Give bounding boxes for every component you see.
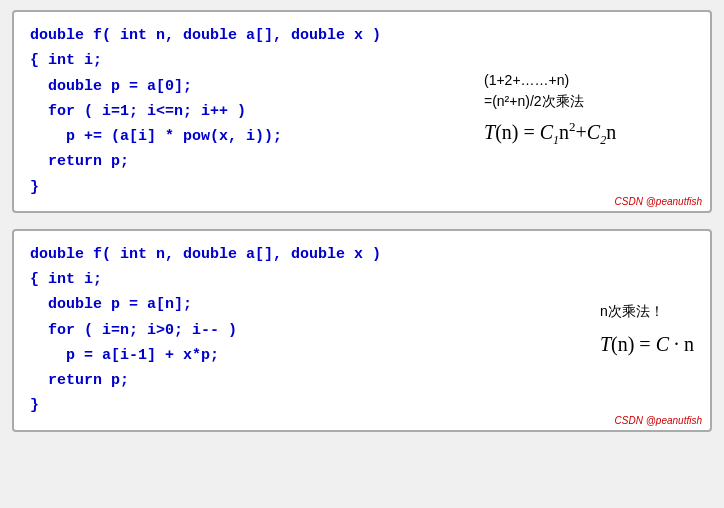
formula-1: T(n) = C1n2+C2n: [484, 118, 616, 149]
annotation-text-2-1: n次乘法！: [600, 301, 664, 322]
code-line-2-3: double p = a[n];: [30, 293, 590, 316]
watermark-1: CSDN @peanutfish: [615, 196, 702, 207]
code-line-1-7: }: [30, 176, 474, 199]
code-line-1-3: double p = a[0];: [30, 75, 474, 98]
code-line-2-1: double f( int n, double a[], double x ): [30, 243, 590, 266]
code-section-1: double f( int n, double a[], double x ) …: [30, 24, 474, 199]
code-block-1: double f( int n, double a[], double x ) …: [12, 10, 712, 213]
code-line-2-2: { int i;: [30, 268, 590, 291]
annotation-section-1: (1+2+……+n) =(n²+n)/2次乘法 T(n) = C1n2+C2n: [474, 24, 694, 153]
code-line-1-4: for ( i=1; i<=n; i++ ): [30, 100, 474, 123]
code-line-1-2: { int i;: [30, 49, 474, 72]
code-line-2-6: return p;: [30, 369, 590, 392]
code-line-1-6: return p;: [30, 150, 474, 173]
code-section-2: double f( int n, double a[], double x ) …: [30, 243, 590, 418]
code-line-2-7: }: [30, 394, 590, 417]
formula-2: T(n) = C · n: [600, 330, 694, 358]
code-line-1-5: p += (a[i] * pow(x, i));: [30, 125, 474, 148]
code-block-2: double f( int n, double a[], double x ) …: [12, 229, 712, 432]
code-line-2-4: for ( i=n; i>0; i-- ): [30, 319, 590, 342]
code-line-2-5: p = a[i-1] + x*p;: [30, 344, 590, 367]
code-line-1-1: double f( int n, double a[], double x ): [30, 24, 474, 47]
watermark-2: CSDN @peanutfish: [615, 415, 702, 426]
annotation-section-2: n次乘法！ T(n) = C · n: [590, 243, 694, 362]
annotation-text-1-1: (1+2+……+n): [484, 70, 584, 91]
annotation-text-1-2: =(n²+n)/2次乘法: [484, 91, 584, 112]
